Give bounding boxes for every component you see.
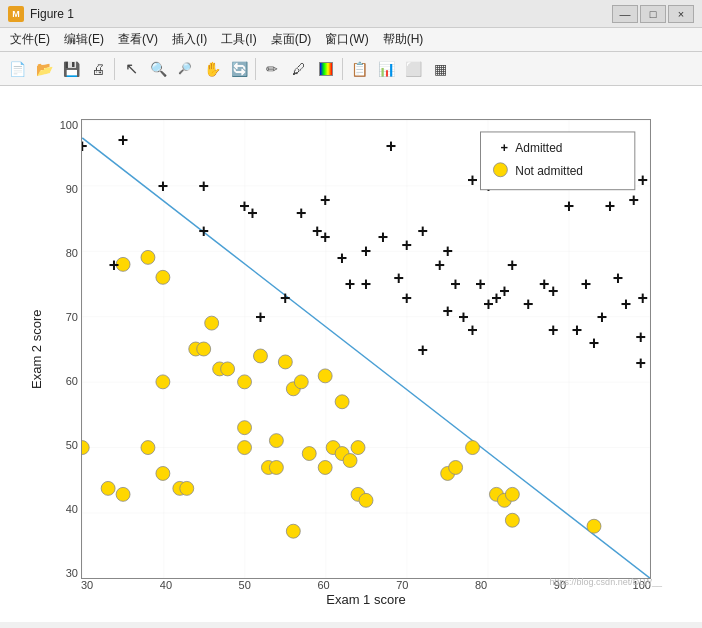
svg-text:+: + xyxy=(402,288,412,308)
svg-point-30 xyxy=(318,369,332,383)
svg-point-19 xyxy=(238,421,252,435)
svg-point-44 xyxy=(505,487,519,501)
toolbar-separator-2 xyxy=(255,58,256,80)
svg-text:+: + xyxy=(198,176,208,196)
title-bar: M Figure 1 — □ × xyxy=(0,0,702,28)
svg-text:+: + xyxy=(280,288,290,308)
svg-text:Admitted: Admitted xyxy=(515,141,562,155)
svg-point-38 xyxy=(359,493,373,507)
svg-text:+: + xyxy=(345,274,355,294)
menu-window[interactable]: 窗口(W) xyxy=(319,29,374,50)
svg-point-15 xyxy=(205,316,219,330)
tb-layout[interactable]: ▦ xyxy=(427,56,453,82)
svg-text:+: + xyxy=(337,248,347,268)
maximize-button[interactable]: □ xyxy=(640,5,666,23)
svg-text:+: + xyxy=(109,255,119,275)
menu-insert[interactable]: 插入(I) xyxy=(166,29,213,50)
x-tick-70: 70 xyxy=(396,579,408,591)
svg-point-9 xyxy=(156,375,170,389)
tb-new[interactable]: 📄 xyxy=(4,56,30,82)
svg-text:+: + xyxy=(500,140,508,155)
svg-point-17 xyxy=(221,362,235,376)
tb-figure-tools[interactable]: 📋 xyxy=(346,56,372,82)
svg-text:+: + xyxy=(467,320,477,340)
svg-text:+: + xyxy=(638,170,648,190)
svg-text:+: + xyxy=(523,294,533,314)
svg-text:+: + xyxy=(442,241,452,261)
tb-zoom-out[interactable]: 🔎 xyxy=(172,56,198,82)
menu-help[interactable]: 帮助(H) xyxy=(377,29,430,50)
svg-text:+: + xyxy=(548,320,558,340)
tb-rotate[interactable]: 🔄 xyxy=(226,56,252,82)
svg-text:+: + xyxy=(418,221,428,241)
x-tick-labels: 30 40 50 60 70 80 90 100 xyxy=(81,579,651,591)
svg-point-6 xyxy=(141,441,155,455)
svg-point-3 xyxy=(101,481,115,495)
svg-text:+: + xyxy=(581,274,591,294)
svg-text:+: + xyxy=(320,190,330,210)
svg-text:+: + xyxy=(418,340,428,360)
svg-point-18 xyxy=(238,441,252,455)
x-tick-60: 60 xyxy=(317,579,329,591)
y-tick-80: 80 xyxy=(66,247,78,259)
svg-text:+: + xyxy=(589,333,599,353)
x-tick-40: 40 xyxy=(160,579,172,591)
menu-file[interactable]: 文件(E) xyxy=(4,29,56,50)
tb-hide-panel[interactable]: ⬜ xyxy=(400,56,426,82)
tb-open[interactable]: 📂 xyxy=(31,56,57,82)
svg-text:+: + xyxy=(450,274,460,294)
svg-point-41 xyxy=(466,441,480,455)
tb-marker[interactable]: 🖊 xyxy=(286,56,312,82)
svg-text:+: + xyxy=(320,227,330,247)
svg-text:+: + xyxy=(597,307,607,327)
svg-text:+: + xyxy=(442,301,452,321)
tb-plot-tools[interactable]: 📊 xyxy=(373,56,399,82)
toolbar: 📄 📂 💾 🖨 ↖ 🔍 🔎 ✋ 🔄 ✏ 🖊 📋 📊 ⬜ ▦ xyxy=(0,52,702,86)
title-bar-left: M Figure 1 xyxy=(8,6,74,22)
svg-text:+: + xyxy=(636,353,646,373)
menu-edit[interactable]: 编辑(E) xyxy=(58,29,110,50)
svg-text:+: + xyxy=(158,176,168,196)
menu-view[interactable]: 查看(V) xyxy=(112,29,164,50)
svg-text:+: + xyxy=(198,221,208,241)
y-tick-60: 60 xyxy=(66,375,78,387)
svg-text:+: + xyxy=(475,274,485,294)
svg-point-4 xyxy=(116,487,130,501)
plot-svg: + + + + + + + + + + + xyxy=(82,120,650,578)
menu-tools[interactable]: 工具(I) xyxy=(215,29,262,50)
svg-text:+: + xyxy=(378,227,388,247)
close-button[interactable]: × xyxy=(668,5,694,23)
menu-desktop[interactable]: 桌面(D) xyxy=(265,29,318,50)
plot-canvas: + + + + + + + + + + + xyxy=(81,119,651,579)
svg-text:+: + xyxy=(499,281,509,301)
svg-text:Not admitted: Not admitted xyxy=(515,164,583,178)
title-bar-controls: — □ × xyxy=(612,5,694,23)
svg-text:+: + xyxy=(636,327,646,347)
tb-brush[interactable]: ✏ xyxy=(259,56,285,82)
svg-point-20 xyxy=(238,375,252,389)
tb-print[interactable]: 🖨 xyxy=(85,56,111,82)
app-icon: M xyxy=(8,6,24,22)
x-tick-80: 80 xyxy=(475,579,487,591)
svg-text:+: + xyxy=(572,320,582,340)
tb-zoom-in[interactable]: 🔍 xyxy=(145,56,171,82)
svg-text:+: + xyxy=(548,281,558,301)
tb-save[interactable]: 💾 xyxy=(58,56,84,82)
tb-colorbar[interactable] xyxy=(313,56,339,82)
svg-text:+: + xyxy=(361,241,371,261)
tb-select[interactable]: ↖ xyxy=(118,56,144,82)
tb-pan[interactable]: ✋ xyxy=(199,56,225,82)
svg-text:+: + xyxy=(394,268,404,288)
x-axis-label: Exam 1 score xyxy=(81,592,651,607)
svg-text:+: + xyxy=(605,196,615,216)
svg-text:+: + xyxy=(621,294,631,314)
svg-point-27 xyxy=(286,524,300,538)
plot-container: Exam 2 score 100 90 80 70 60 50 40 30 xyxy=(26,99,676,609)
svg-point-21 xyxy=(253,349,267,363)
toolbar-separator-1 xyxy=(114,58,115,80)
svg-point-34 xyxy=(335,395,349,409)
window-title: Figure 1 xyxy=(30,7,74,21)
svg-text:+: + xyxy=(361,274,371,294)
svg-point-35 xyxy=(343,454,357,468)
minimize-button[interactable]: — xyxy=(612,5,638,23)
